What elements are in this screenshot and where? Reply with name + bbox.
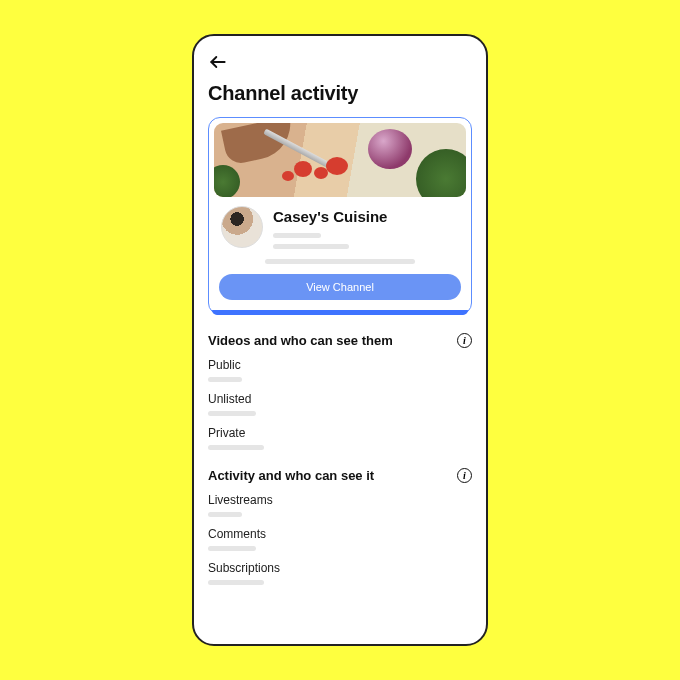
- sections-container: Videos and who can see themiPublicUnlist…: [208, 333, 472, 585]
- channel-card: Casey's Cuisine View Channel: [208, 117, 472, 315]
- list-item[interactable]: Unlisted: [208, 392, 472, 416]
- list-item-label: Unlisted: [208, 392, 472, 406]
- back-arrow-icon[interactable]: [208, 52, 472, 72]
- placeholder-line: [273, 233, 321, 238]
- view-channel-button[interactable]: View Channel: [219, 274, 461, 300]
- section-title: Videos and who can see them: [208, 333, 393, 348]
- section-header: Videos and who can see themi: [208, 333, 472, 348]
- placeholder-line: [208, 445, 264, 450]
- list-item-label: Public: [208, 358, 472, 372]
- section-header: Activity and who can see iti: [208, 468, 472, 483]
- section-title: Activity and who can see it: [208, 468, 374, 483]
- page-title: Channel activity: [208, 82, 472, 105]
- list-item[interactable]: Comments: [208, 527, 472, 551]
- placeholder-line: [208, 580, 264, 585]
- placeholder-line: [208, 377, 242, 382]
- info-icon[interactable]: i: [457, 468, 472, 483]
- list-item-label: Subscriptions: [208, 561, 472, 575]
- channel-name: Casey's Cuisine: [273, 208, 459, 225]
- placeholder-line: [208, 512, 242, 517]
- placeholder-line: [208, 546, 256, 551]
- phone-frame: Channel activity Casey's Cuisine View Ch…: [192, 34, 488, 646]
- list-item[interactable]: Public: [208, 358, 472, 382]
- info-icon[interactable]: i: [457, 333, 472, 348]
- list-item-label: Livestreams: [208, 493, 472, 507]
- list-item[interactable]: Subscriptions: [208, 561, 472, 585]
- placeholder-line: [208, 411, 256, 416]
- channel-avatar: [221, 206, 263, 248]
- placeholder-line: [273, 244, 349, 249]
- channel-banner-image: [214, 123, 466, 197]
- list-item-label: Private: [208, 426, 472, 440]
- list-item[interactable]: Livestreams: [208, 493, 472, 517]
- list-item-label: Comments: [208, 527, 472, 541]
- list-item[interactable]: Private: [208, 426, 472, 450]
- placeholder-line: [265, 259, 415, 264]
